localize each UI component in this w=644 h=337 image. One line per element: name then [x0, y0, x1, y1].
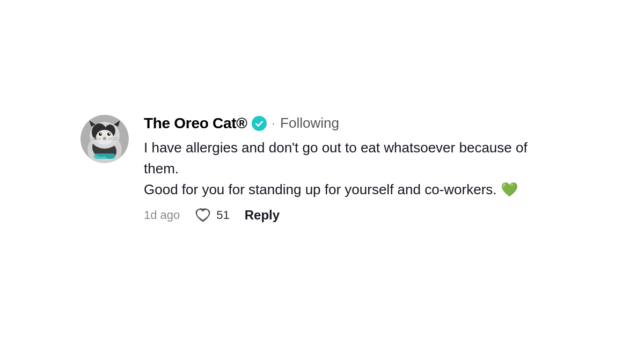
username: The Oreo Cat® [144, 115, 247, 132]
svg-point-14 [99, 133, 102, 136]
comment-text-line1: I have allergies and don't go out to eat… [144, 140, 528, 177]
svg-point-15 [107, 133, 111, 136]
comment-text-line2: Good for you for standing up for yoursel… [144, 181, 518, 197]
reply-button[interactable]: Reply [245, 208, 280, 223]
svg-point-16 [100, 133, 101, 134]
comment-card: The Oreo Cat® · Following I have allergi… [80, 104, 564, 233]
heart-icon [195, 208, 211, 223]
svg-point-24 [252, 116, 267, 131]
svg-rect-23 [94, 153, 115, 159]
svg-point-17 [109, 133, 110, 134]
dot-separator: · [272, 117, 275, 129]
like-button[interactable]: 51 [195, 208, 229, 223]
verified-badge-icon [252, 116, 267, 131]
comment-text: I have allergies and don't go out to eat… [144, 137, 564, 200]
following-label: Following [280, 115, 339, 131]
comment-content: The Oreo Cat® · Following I have allergi… [144, 115, 564, 223]
avatar [80, 115, 129, 163]
svg-point-18 [103, 137, 106, 139]
timestamp: 1d ago [144, 208, 180, 222]
comment-actions: 1d ago 51 Reply [144, 208, 564, 223]
like-count: 51 [216, 208, 229, 222]
comment-header: The Oreo Cat® · Following [144, 115, 564, 132]
